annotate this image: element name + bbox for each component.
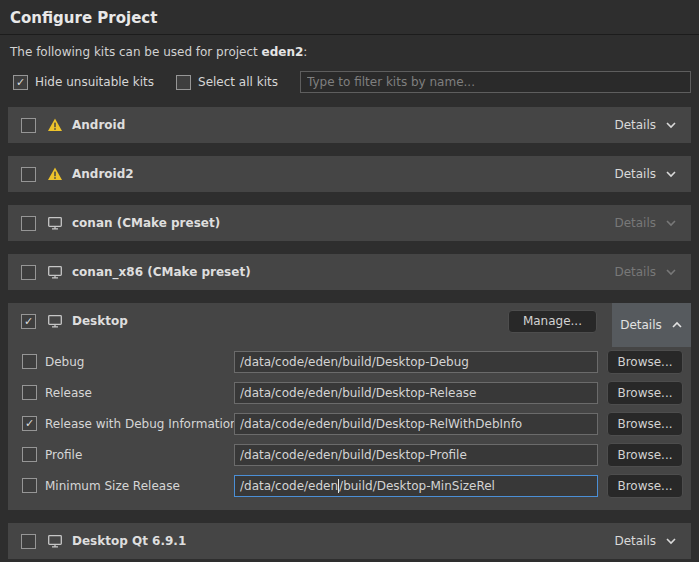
kit-row-android: Android Details [8, 107, 691, 143]
details-label: Details [614, 216, 656, 230]
config-row-relwithdebinfo: ✓ Release with Debug Information Browse.… [8, 408, 691, 439]
details-toggle[interactable]: Details [614, 534, 677, 548]
kit-name: conan_x86 (CMake preset) [72, 265, 251, 279]
details-toggle: Details [614, 265, 677, 279]
kit-checkbox[interactable]: ✓ [21, 314, 36, 329]
select-all-checkbox[interactable] [176, 75, 191, 90]
browse-button[interactable]: Browse... [607, 381, 683, 405]
chevron-down-icon [665, 121, 677, 129]
desktop-icon [47, 533, 63, 549]
details-label: Details [614, 265, 656, 279]
kit-name: Android2 [72, 167, 134, 181]
chevron-down-icon [665, 537, 677, 545]
details-label: Details [614, 118, 656, 132]
config-row-debug: Debug Browse... [8, 346, 691, 377]
config-label: Debug [45, 355, 84, 369]
chevron-down-icon [665, 170, 677, 178]
kit-filter-input[interactable] [300, 71, 691, 93]
warning-icon [47, 166, 63, 182]
kit-checkbox[interactable] [21, 167, 36, 182]
browse-button[interactable]: Browse... [607, 474, 683, 498]
build-config-list: Debug Browse... Release Browse... ✓ Rele… [8, 346, 691, 501]
desktop-icon [47, 313, 63, 329]
kit-row-conan-x86: conan_x86 (CMake preset) Details [8, 254, 691, 290]
kit-name: conan (CMake preset) [72, 216, 220, 230]
build-dir-input[interactable] [234, 413, 598, 435]
build-dir-input[interactable] [234, 351, 598, 373]
config-label: Minimum Size Release [45, 479, 180, 493]
config-row-minsizerel: Minimum Size Release /data/code/eden/bui… [8, 470, 691, 501]
build-dir-input[interactable] [234, 444, 598, 466]
intro-text: The following kits can be used for proje… [10, 45, 689, 59]
kit-checkbox[interactable] [21, 216, 36, 231]
kit-section-desktop: Details ✓ Desktop Manage... Debug Browse… [8, 303, 691, 510]
build-dir-input-focused[interactable]: /data/code/eden/build/Desktop-MinSizeRel [234, 475, 598, 497]
chevron-up-icon [671, 321, 683, 329]
kit-checkbox[interactable] [21, 118, 36, 133]
details-label: Details [614, 534, 656, 548]
config-row-release: Release Browse... [8, 377, 691, 408]
warning-icon [47, 117, 63, 133]
build-dir-input[interactable] [234, 382, 598, 404]
browse-button[interactable]: Browse... [607, 412, 683, 436]
config-label: Profile [45, 448, 82, 462]
config-checkbox[interactable] [22, 385, 37, 400]
kit-checkbox[interactable] [21, 265, 36, 280]
select-all-label[interactable]: Select all kits [198, 75, 278, 89]
details-label: Details [614, 167, 656, 181]
kit-row-conan: conan (CMake preset) Details [8, 205, 691, 241]
page-title: Configure Project [0, 0, 699, 34]
config-label: Release with Debug Information [45, 417, 238, 431]
desktop-icon [47, 215, 63, 231]
details-toggle[interactable]: Details [612, 303, 691, 347]
kit-row-android2: Android2 Details [8, 156, 691, 192]
hide-unsuitable-checkbox[interactable]: ✓ [13, 75, 28, 90]
kit-list: Android Details Android2 Details conan (… [8, 107, 691, 559]
details-toggle[interactable]: Details [614, 118, 677, 132]
chevron-down-icon [665, 219, 677, 227]
kit-name: Android [72, 118, 125, 132]
hide-unsuitable-label[interactable]: Hide unsuitable kits [35, 75, 154, 89]
config-checkbox[interactable] [22, 478, 37, 493]
config-checkbox[interactable] [22, 447, 37, 462]
kit-name: Desktop [72, 314, 128, 328]
details-toggle: Details [614, 216, 677, 230]
details-toggle[interactable]: Details [614, 167, 677, 181]
config-row-profile: Profile Browse... [8, 439, 691, 470]
project-name: eden2 [262, 45, 304, 59]
details-label: Details [620, 318, 662, 332]
browse-button[interactable]: Browse... [607, 350, 683, 374]
kit-row-desktop-qt: Desktop Qt 6.9.1 Details [8, 523, 691, 559]
desktop-icon [47, 264, 63, 280]
browse-button[interactable]: Browse... [607, 443, 683, 467]
title-separator [0, 34, 699, 35]
config-label: Release [45, 386, 92, 400]
config-checkbox[interactable]: ✓ [22, 416, 37, 431]
config-checkbox[interactable] [22, 354, 37, 369]
kit-checkbox[interactable] [21, 534, 36, 549]
filter-bar: ✓ Hide unsuitable kits Select all kits [13, 70, 691, 94]
kit-row-desktop: ✓ Desktop Manage... [8, 303, 691, 339]
manage-kits-button[interactable]: Manage... [508, 310, 597, 333]
chevron-down-icon [665, 268, 677, 276]
kit-name: Desktop Qt 6.9.1 [72, 534, 186, 548]
